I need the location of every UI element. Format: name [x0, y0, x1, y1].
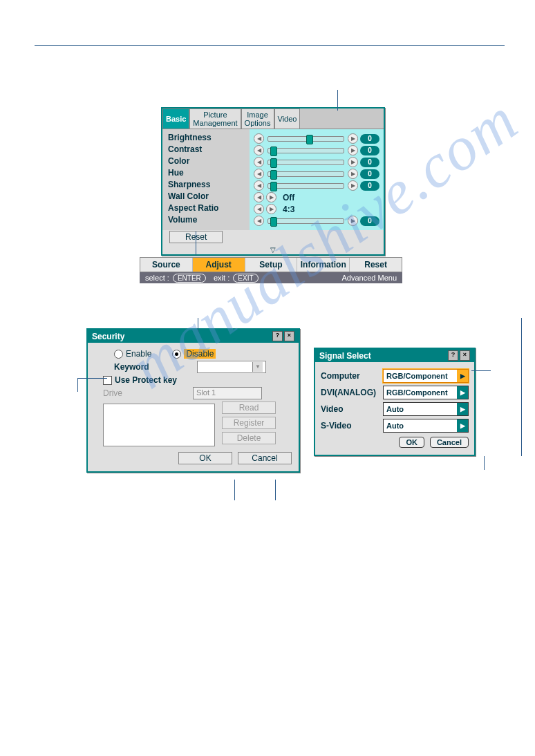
callout-line [521, 318, 522, 456]
slider-color[interactable]: ◀ ▶ 0 [254, 156, 379, 168]
ok-button[interactable]: OK [178, 452, 232, 464]
triangle-right-icon[interactable]: ▶ [266, 192, 276, 202]
triangle-right-icon[interactable]: ▶ [457, 403, 468, 415]
value-color: 0 [360, 158, 379, 167]
signal-computer-label: Computer [321, 371, 383, 381]
triangle-left-icon[interactable]: ◀ [254, 133, 264, 144]
keyword-field[interactable]: ▼ [197, 361, 266, 373]
callout-line [234, 480, 235, 500]
signal-titlebar: Signal Select ? × [315, 349, 474, 362]
triangle-right-icon[interactable]: ▶ [457, 419, 468, 432]
option-aspect[interactable]: ◀ ▶ 4:3 [254, 203, 379, 215]
exit-pill: EXIT [233, 274, 258, 283]
slider-volume[interactable]: ◀ ▶ 0 [254, 215, 379, 227]
tab-picture-management[interactable]: Picture Management [189, 108, 241, 129]
adjust-window: Basic Picture Management Image Options V… [161, 107, 385, 256]
ok-button[interactable]: OK [399, 437, 424, 448]
value-hue: 0 [360, 169, 379, 179]
triangle-left-icon[interactable]: ◀ [254, 216, 264, 226]
slider-hue[interactable]: ◀ ▶ 0 [254, 168, 379, 180]
triangle-right-icon[interactable]: ▶ [348, 216, 358, 226]
key-listbox[interactable] [103, 404, 215, 446]
menu-reset[interactable]: Reset [350, 258, 402, 272]
callout-line [484, 456, 485, 470]
slider-sharpness[interactable]: ◀ ▶ 0 [254, 180, 379, 191]
signal-title: Signal Select [319, 351, 371, 361]
value-wallcolor: Off [279, 193, 294, 202]
drive-label: Drive [103, 388, 193, 398]
combo-dvi[interactable]: RGB/Component ▶ [383, 386, 469, 399]
callout-line [77, 378, 107, 379]
triangle-right-icon[interactable]: ▶ [348, 145, 358, 155]
menu-adjust[interactable]: Adjust [193, 258, 245, 272]
help-icon[interactable]: ? [272, 331, 283, 341]
radio-disable-label: Disable [184, 349, 216, 359]
radio-enable[interactable] [114, 350, 123, 359]
signal-select-window: Signal Select ? × Computer RGB/Component… [314, 348, 476, 456]
callout-line [198, 318, 198, 332]
value-contrast: 0 [360, 146, 379, 155]
label-brightness: Brightness [168, 133, 244, 144]
advanced-menu-label: Advanced Menu [342, 274, 397, 282]
triangle-right-icon[interactable]: ▶ [266, 204, 276, 214]
combo-computer[interactable]: RGB/Component ▶ [383, 369, 469, 383]
triangle-left-icon[interactable]: ◀ [254, 169, 264, 179]
register-button: Register [222, 417, 276, 429]
combo-svideo[interactable]: Auto ▶ [383, 419, 469, 433]
tab-basic[interactable]: Basic [162, 108, 189, 129]
combo-computer-value: RGB/Component [384, 372, 457, 380]
delete-button: Delete [222, 432, 276, 444]
callout-line [275, 480, 276, 500]
signal-svideo-label: S-Video [321, 421, 383, 431]
callout-line [77, 378, 78, 392]
triangle-left-icon[interactable]: ◀ [254, 145, 264, 155]
value-volume: 0 [360, 216, 379, 226]
triangle-right-icon[interactable]: ▶ [457, 386, 468, 399]
label-aspect: Aspect Ratio [168, 203, 244, 215]
triangle-right-icon[interactable]: ▶ [348, 133, 358, 144]
triangle-right-icon[interactable]: ▶ [348, 180, 358, 191]
label-color: Color [168, 156, 244, 168]
triangle-right-icon[interactable]: ▶ [348, 169, 358, 179]
triangle-right-icon[interactable]: ▶ [348, 157, 358, 167]
option-wallcolor[interactable]: ◀ ▶ Off [254, 191, 379, 203]
slider-brightness[interactable]: ◀ ▶ 0 [254, 133, 379, 144]
value-aspect: 4:3 [279, 205, 294, 214]
adjust-tabs: Basic Picture Management Image Options V… [162, 108, 384, 129]
status-exit: exit : [214, 274, 229, 282]
triangle-right-icon[interactable]: ▶ [457, 370, 468, 382]
combo-dvi-value: RGB/Component [384, 388, 457, 397]
security-window: Security ? × Enable Disable Keyword ▼ Us… [86, 328, 300, 473]
callout-line [337, 90, 338, 111]
callout-line [471, 370, 491, 371]
cancel-button[interactable]: Cancel [238, 452, 292, 464]
tab-filler [300, 108, 384, 129]
read-button: Read [222, 401, 276, 414]
drive-field: Slot 1 [193, 387, 262, 399]
triangle-left-icon[interactable]: ◀ [254, 180, 264, 191]
close-icon[interactable]: × [460, 350, 470, 361]
menu-source[interactable]: Source [140, 258, 193, 272]
radio-disable[interactable] [172, 350, 181, 359]
slider-contrast[interactable]: ◀ ▶ 0 [254, 144, 379, 156]
triangle-left-icon[interactable]: ◀ [254, 157, 264, 167]
help-icon[interactable]: ? [448, 350, 458, 361]
combo-video[interactable]: Auto ▶ [383, 402, 469, 416]
main-menubar: Source Adjust Setup Information Reset se… [140, 257, 402, 283]
checkbox-protect-key[interactable] [103, 376, 112, 385]
menu-setup[interactable]: Setup [245, 258, 298, 272]
menu-information[interactable]: Information [297, 258, 350, 272]
protect-key-label: Use Protect key [115, 375, 177, 385]
triangle-left-icon[interactable]: ◀ [254, 192, 264, 202]
triangle-left-icon[interactable]: ◀ [254, 204, 264, 214]
chevron-down-icon[interactable]: ▼ [252, 362, 263, 372]
tab-video[interactable]: Video [274, 108, 301, 129]
combo-video-value: Auto [384, 405, 457, 413]
tab-image-options[interactable]: Image Options [241, 108, 274, 129]
combo-svideo-value: Auto [384, 422, 457, 430]
close-icon[interactable]: × [284, 331, 294, 341]
cancel-button[interactable]: Cancel [430, 437, 469, 448]
enter-pill: ENTER [173, 274, 206, 283]
value-brightness: 0 [360, 134, 379, 144]
signal-dvi-label: DVI(ANALOG) [321, 388, 383, 397]
